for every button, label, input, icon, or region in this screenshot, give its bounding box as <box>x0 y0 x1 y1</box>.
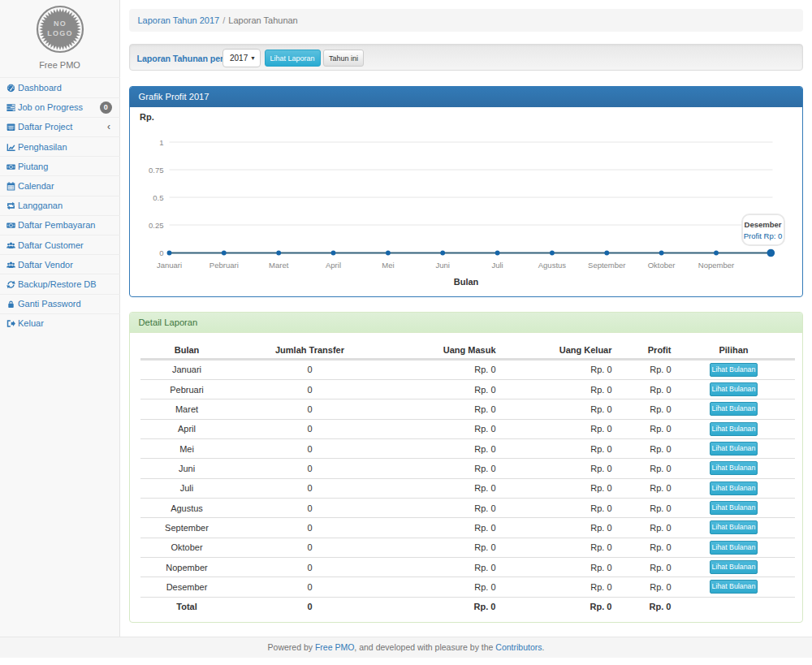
svg-text:Maret: Maret <box>269 261 289 270</box>
svg-text:April: April <box>325 261 340 270</box>
svg-text:0.25: 0.25 <box>149 221 164 230</box>
svg-text:0.75: 0.75 <box>149 166 164 175</box>
svg-text:NO: NO <box>54 19 67 28</box>
svg-text:Juni: Juni <box>435 261 449 270</box>
svg-text:Pebruari: Pebruari <box>209 261 238 270</box>
svg-text:Januari: Januari <box>156 261 181 270</box>
svg-text:Rp.: Rp. <box>140 112 154 122</box>
svg-text:Nopember: Nopember <box>698 261 733 270</box>
svg-text:Oktober: Oktober <box>647 261 675 270</box>
svg-text:1: 1 <box>159 138 163 147</box>
svg-text:LOGO: LOGO <box>47 29 72 37</box>
svg-text:0.5: 0.5 <box>153 193 163 202</box>
svg-text:September: September <box>588 261 625 270</box>
svg-text:Juli: Juli <box>491 261 503 270</box>
svg-text:Bulan: Bulan <box>453 277 478 287</box>
svg-text:Agustus: Agustus <box>538 261 566 270</box>
svg-text:Mei: Mei <box>382 261 394 270</box>
svg-text:0: 0 <box>159 248 163 257</box>
